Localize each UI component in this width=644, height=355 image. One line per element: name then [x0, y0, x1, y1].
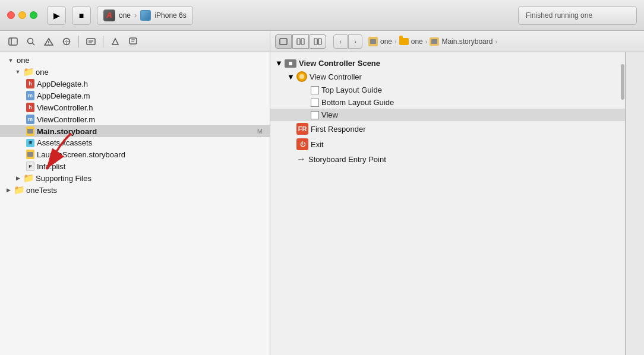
commit-icon	[111, 37, 119, 46]
tree-item-viewcontroller-m[interactable]: m ViewController.m	[0, 113, 270, 125]
outline-view[interactable]: View	[270, 109, 625, 121]
storyboard-breadcrumb-icon-2	[430, 37, 439, 46]
storyboard-breadcrumb-icon	[368, 37, 378, 46]
inspector-panel	[625, 52, 644, 355]
view-icon	[311, 111, 319, 119]
tree-item-appdelegate-m[interactable]: m AppDelegate.m	[0, 90, 270, 102]
tree-item-main-storyboard[interactable]: Main.storyboard M	[0, 125, 270, 137]
nav-forward-button[interactable]: ›	[348, 34, 362, 49]
status-bar: Finished running one	[518, 6, 637, 25]
exit-label: Exit	[311, 140, 324, 149]
scheme-name: one	[119, 11, 131, 20]
file-tree: ▼ one ▼ 📁 one h AppDelegate.h m AppDeleg…	[0, 52, 270, 198]
entry-point-label: Storyboard Entry Point	[308, 155, 386, 164]
tree-item-assets[interactable]: ⊞ Assets.xcassets	[0, 137, 270, 148]
assistant-editor-icon	[296, 38, 305, 45]
folder-icon-3: 📁	[24, 173, 33, 183]
tree-item-appdelegate-h[interactable]: h AppDelegate.h	[0, 78, 270, 90]
standard-editor-button[interactable]	[275, 34, 292, 49]
tree-item-launchscreen[interactable]: LaunchScreen.storyboard	[0, 148, 270, 160]
breadcrumb-main-storyboard[interactable]: Main.storyboard	[441, 37, 493, 46]
one-folder-disclosure: ▼	[14, 68, 21, 75]
supporting-disclosure: ▶	[14, 175, 21, 182]
outline-first-responder[interactable]: FR First Responder	[270, 121, 625, 137]
scene-disclosure: ▼	[275, 59, 282, 68]
viewcontroller-h-label: ViewController.h	[37, 103, 267, 112]
tree-item-viewcontroller-h[interactable]: h ViewController.h	[0, 102, 270, 113]
svg-rect-19	[297, 39, 300, 45]
outline-view-controller[interactable]: ▼ View Controller	[270, 69, 625, 84]
title-bar: ▶ ■ A one › iPhone 6s Finished running o…	[0, 0, 644, 31]
search-button[interactable]	[23, 34, 39, 49]
chat-button[interactable]	[125, 34, 141, 49]
status-text: Finished running one	[526, 11, 592, 20]
breadcrumb-one2-label[interactable]: one	[411, 37, 423, 46]
outline-exit[interactable]: ⏻ Exit	[270, 137, 625, 152]
bookmark-button[interactable]	[58, 34, 75, 49]
vc-disclosure: ▼	[287, 72, 294, 81]
info-plist-label: Info.plist	[37, 162, 267, 171]
stop-button[interactable]: ■	[72, 6, 91, 25]
maximize-button[interactable]	[30, 11, 37, 19]
warning-icon	[44, 37, 53, 46]
breadcrumb-sep-3: ›	[495, 38, 497, 45]
project-navigator-button[interactable]	[5, 34, 21, 49]
vc-icon	[296, 71, 307, 82]
breadcrumb: one › one › Main.storyboard ›	[368, 37, 497, 46]
stop-icon: ■	[79, 11, 84, 20]
minimize-button[interactable]	[18, 11, 26, 19]
editor-mode-buttons	[275, 34, 326, 49]
issues-button[interactable]	[40, 34, 57, 49]
breadcrumb-one-label[interactable]: one	[380, 37, 392, 46]
outline-entry-point[interactable]: → Storyboard Entry Point	[270, 152, 625, 166]
play-button[interactable]: ▶	[47, 6, 66, 25]
view-label: View	[321, 110, 338, 119]
outline-vc-scene[interactable]: ▼ View Controller Scene	[270, 57, 625, 69]
nav-back-forward: ‹ ›	[333, 34, 362, 49]
scene-icon	[285, 59, 296, 68]
inner-icon-2	[431, 39, 437, 44]
scrollbar-track[interactable]	[620, 52, 625, 355]
outline-bottom-layout[interactable]: Bottom Layout Guide	[270, 96, 625, 109]
one-folder-label: one	[36, 68, 267, 77]
close-button[interactable]	[7, 11, 15, 19]
tree-root[interactable]: ▼ one	[0, 55, 270, 66]
assistant-editor-button[interactable]	[292, 34, 309, 49]
svg-rect-22	[314, 39, 317, 45]
m-file-icon-2: m	[26, 115, 34, 124]
secondary-toolbar: ‹ › one › one › Main.storyboard ›	[0, 31, 644, 52]
m-file-icon: m	[26, 91, 34, 100]
device-name: iPhone 6s	[154, 11, 186, 20]
nav-back-button[interactable]: ‹	[333, 34, 348, 49]
outline-top-layout[interactable]: Top Layout Guide	[270, 84, 625, 96]
breadcrumb-toolbar: ‹ › one › one › Main.storyboard ›	[270, 31, 644, 52]
version-editor-button[interactable]	[310, 34, 326, 49]
commit-button[interactable]	[107, 34, 124, 49]
appdelegate-m-label: AppDelegate.m	[37, 91, 267, 100]
tree-item-supporting-files[interactable]: ▶ 📁 Supporting Files	[0, 172, 270, 184]
supporting-files-label: Supporting Files	[36, 174, 267, 183]
tree-item-one-folder[interactable]: ▼ 📁 one	[0, 66, 270, 78]
tree-item-info-plist[interactable]: P Info.plist	[0, 160, 270, 172]
list-button[interactable]	[83, 34, 99, 49]
onetests-label: oneTests	[26, 186, 267, 195]
tree-item-onetests[interactable]: ▶ 📁 oneTests	[0, 184, 270, 196]
inspector-divider	[626, 52, 626, 355]
layout-guide-icon-2	[311, 99, 319, 107]
list-icon	[86, 37, 96, 46]
scheme-selector[interactable]: A one › iPhone 6s	[97, 6, 193, 25]
layout-guide-icon	[311, 86, 319, 94]
breadcrumb-sep-2: ›	[425, 38, 428, 45]
storyboard-icon-2	[26, 150, 34, 159]
appdelegate-h-label: AppDelegate.h	[37, 80, 267, 88]
scrollbar-thumb[interactable]	[621, 64, 624, 100]
file-navigator: ▼ one ▼ 📁 one h AppDelegate.h m AppDeleg…	[0, 52, 270, 355]
storyboard-icon	[26, 126, 34, 136]
svg-rect-18	[280, 39, 287, 45]
traffic-lights	[7, 11, 37, 19]
breadcrumb-sep-1: ›	[394, 38, 397, 45]
left-nav-toolbar	[0, 31, 270, 52]
svg-marker-14	[112, 39, 118, 45]
exit-icon: ⏻	[296, 138, 308, 150]
viewcontroller-m-label: ViewController.m	[37, 115, 267, 124]
